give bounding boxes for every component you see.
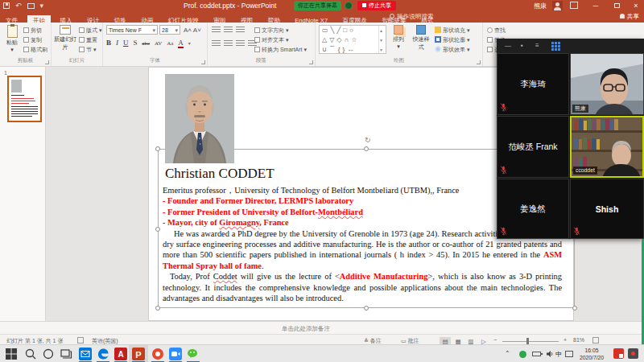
participant-tile[interactable]: 范峻丞 Frank xyxy=(497,116,569,178)
format-painter-button[interactable]: 格式刷 xyxy=(23,46,47,54)
shape-fill-button[interactable]: 形状填充 ▾ xyxy=(435,27,469,35)
handle-bottom-center[interactable] xyxy=(364,306,369,311)
meeting-popout-icon[interactable]: ▪ xyxy=(521,43,523,49)
font-size-combo[interactable]: 28▾ xyxy=(159,25,180,35)
tray-clock[interactable]: 16:05 2020/7/20 xyxy=(573,347,610,361)
start-slideshow-icon[interactable] xyxy=(27,3,35,9)
browser-360-icon[interactable] xyxy=(151,348,164,360)
shapes-gallery[interactable]: ▭╲╱□○ △▽◇∩☆ ∪⌒{}↔ ▲▼▼ xyxy=(319,25,386,54)
paste-button[interactable]: 粘贴▾ xyxy=(3,25,21,53)
meeting-minimize-icon[interactable]: — xyxy=(505,43,511,49)
reset-button[interactable]: 重置 xyxy=(79,36,97,44)
handle-top-left[interactable] xyxy=(155,146,160,151)
handle-top-center[interactable] xyxy=(364,146,369,151)
numbering-icon[interactable] xyxy=(224,27,233,34)
gallery-view-icon[interactable] xyxy=(551,42,560,51)
zoom-slider-track[interactable] xyxy=(502,341,559,342)
tray-recording-icon[interactable] xyxy=(613,348,624,359)
grow-shrink-font[interactable]: A˄ A˅ xyxy=(184,27,201,34)
share-button[interactable]: 共享 xyxy=(620,11,639,23)
tray-chevron-icon[interactable]: ⌃ xyxy=(505,350,510,362)
search-icon[interactable] xyxy=(24,348,37,360)
participant-tile-video[interactable]: 熊康 xyxy=(570,53,644,115)
task-view-icon[interactable] xyxy=(60,348,72,360)
bold-button[interactable]: B xyxy=(106,39,111,47)
section-button[interactable]: 节 ▾ xyxy=(79,46,96,54)
shapes-scrollbar[interactable]: ▲▼▼ xyxy=(378,26,386,54)
speaker-view-icon[interactable]: ≡ xyxy=(535,43,539,49)
notes-placeholder[interactable]: 单击此处添加备注 xyxy=(282,325,330,333)
volume-icon[interactable] xyxy=(546,350,554,362)
powerpoint-icon[interactable]: P xyxy=(132,348,145,360)
align-left-icon[interactable] xyxy=(212,40,221,47)
arrange-button[interactable]: 排列▾ xyxy=(390,25,407,50)
font-dialog-launcher[interactable] xyxy=(201,60,205,64)
drawing-dialog-launcher[interactable] xyxy=(477,60,481,64)
zoom-out-button[interactable]: − xyxy=(493,337,497,343)
copy-button[interactable]: 复制 xyxy=(23,36,42,44)
wechat-icon[interactable] xyxy=(187,348,200,360)
fit-to-window-icon[interactable] xyxy=(592,337,599,343)
underline-button[interactable]: U xyxy=(123,39,129,47)
find-button[interactable]: 查找 xyxy=(487,27,506,35)
save-icon[interactable] xyxy=(3,2,10,9)
change-case-button[interactable]: Aa xyxy=(167,40,173,47)
zoom-in-button[interactable]: + xyxy=(564,337,567,343)
tray-notification-icon[interactable] xyxy=(628,348,638,359)
rotate-handle[interactable]: ↻ xyxy=(365,137,372,144)
zoom-level[interactable]: 81% xyxy=(573,337,584,343)
handle-mid-left[interactable] xyxy=(155,227,160,232)
font-color-button[interactable]: A xyxy=(178,39,184,48)
handle-bottom-left[interactable] xyxy=(155,306,160,311)
align-center-icon[interactable] xyxy=(224,40,233,47)
slide-thumbnail[interactable] xyxy=(7,76,42,122)
shape-effects-button[interactable]: 形状效果 ▾ xyxy=(435,46,469,54)
tell-me-search[interactable]: 操作说明搜索 xyxy=(390,11,434,23)
close-button[interactable]: × xyxy=(628,0,644,11)
participant-tile[interactable]: Shish xyxy=(570,179,644,239)
zoom-app-icon[interactable] xyxy=(169,348,182,360)
avatar[interactable] xyxy=(552,1,563,10)
participant-tile[interactable]: 姜逸然 xyxy=(497,179,569,239)
clipboard-dialog-launcher[interactable] xyxy=(45,60,49,64)
minimize-button[interactable]: ─ xyxy=(588,0,604,11)
align-buttons[interactable] xyxy=(212,40,260,48)
battery-icon[interactable] xyxy=(532,352,541,356)
accessibility-icon[interactable] xyxy=(77,337,84,343)
strikethrough-button[interactable]: abc xyxy=(142,40,150,47)
indent-icon[interactable] xyxy=(236,27,245,34)
undo-icon[interactable]: ↶ xyxy=(15,0,22,11)
italic-button[interactable]: I xyxy=(116,39,118,47)
cut-button[interactable]: 剪切 xyxy=(23,27,42,35)
smartart-button[interactable]: 转换为 SmartArt ▾ xyxy=(254,46,307,54)
ribbon-display-options-icon[interactable] xyxy=(570,2,578,9)
ime-indicator[interactable]: 中 xyxy=(555,350,562,362)
bullets-icon[interactable] xyxy=(212,27,221,34)
edge-browser-icon[interactable] xyxy=(97,348,109,360)
acrobat-icon[interactable]: A xyxy=(114,348,127,360)
start-button[interactable] xyxy=(5,348,18,360)
participant-tile[interactable]: 李海琦 xyxy=(497,53,569,115)
text-direction-button[interactable]: 文字方向 ▾ xyxy=(254,27,288,35)
tray-green-icon[interactable] xyxy=(519,351,526,358)
character-spacing-button[interactable]: AV xyxy=(155,40,162,47)
cortana-icon[interactable] xyxy=(42,348,55,360)
quick-styles-button[interactable]: 快速样式 xyxy=(411,25,431,51)
align-right-icon[interactable] xyxy=(236,40,245,47)
text-shadow-button[interactable]: S xyxy=(133,39,137,47)
portrait-photo[interactable] xyxy=(165,74,234,163)
handle-bottom-right[interactable] xyxy=(572,306,577,311)
participant-tile-video-active[interactable]: ccoddet xyxy=(570,116,644,178)
new-slide-button[interactable]: 新建幻灯片 xyxy=(54,25,76,51)
align-text-button[interactable]: 对齐文本 ▾ xyxy=(254,36,288,44)
customize-qat-icon[interactable]: ▾ xyxy=(40,0,44,11)
keyboard-layout-icon[interactable] xyxy=(565,351,573,357)
paragraph-dialog-launcher[interactable] xyxy=(309,60,313,64)
mail-app-icon[interactable] xyxy=(79,348,92,360)
layout-button[interactable]: 版式 ▾ xyxy=(79,27,101,35)
restore-button[interactable] xyxy=(609,0,625,11)
list-buttons[interactable] xyxy=(212,27,248,35)
stop-share-button[interactable]: 停止共享 xyxy=(357,1,396,10)
shape-outline-button[interactable]: 形状轮廓 ▾ xyxy=(435,36,469,44)
notes-pane[interactable]: 单击此处添加备注 xyxy=(0,321,644,334)
